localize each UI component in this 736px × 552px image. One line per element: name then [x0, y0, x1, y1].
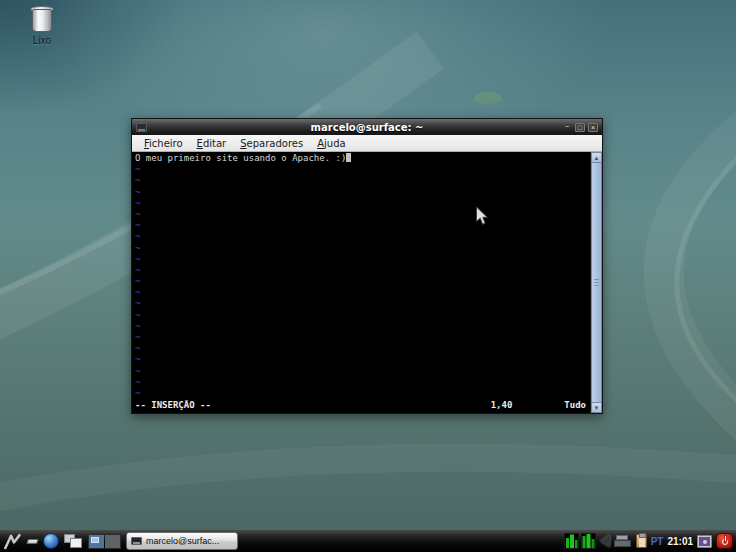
scroll-down-button[interactable]: ▼ [591, 402, 602, 413]
vim-tilde: ~ [135, 287, 590, 298]
menu-item-separadores[interactable]: Separadores [233, 138, 310, 149]
cpu-graph-widget[interactable] [564, 533, 596, 549]
workspace-pager [88, 534, 121, 549]
file-manager-launcher[interactable] [64, 534, 83, 549]
menu-bar: Ficheiro Editar Separadores Ajuda [132, 135, 602, 152]
menu-label: juda [324, 138, 346, 149]
volume-button[interactable] [600, 535, 610, 547]
close-button[interactable]: × [588, 123, 598, 132]
scroll-thumb-grip [594, 279, 599, 287]
vim-tilde: ~ [135, 254, 590, 265]
menu-label: eparadores [247, 138, 304, 149]
workspace-1-button[interactable] [89, 535, 104, 548]
vim-mode-indicator: -- INSERÇÃO -- [135, 400, 211, 411]
title-bar[interactable]: marcelo@surface: ~ − □ × [132, 119, 602, 135]
vim-tilde: ~ [135, 298, 590, 309]
window-title: marcelo@surface: ~ [132, 122, 602, 133]
vim-tilde: ~ [135, 366, 590, 377]
vim-tilde: ~ [135, 343, 590, 354]
vim-tilde: ~ [135, 310, 590, 321]
workspace-window-thumb [91, 537, 99, 543]
vim-tilde: ~ [135, 243, 590, 254]
vim-tilde: ~ [135, 388, 590, 399]
network-tray-icon[interactable] [614, 534, 632, 548]
vim-tilde: ~ [135, 265, 590, 276]
menu-accel: A [317, 138, 324, 149]
network-device-bottom [614, 540, 631, 547]
scroll-up-button[interactable]: ▲ [591, 152, 602, 163]
taskbar: marcelo@surfac... [0, 530, 736, 552]
scroll-thumb[interactable] [591, 163, 602, 402]
globe-icon [43, 533, 59, 549]
cpu-graph-icon [564, 533, 579, 549]
vim-status-bar: -- INSERÇÃO -- 1,40 Tudo [135, 400, 590, 413]
menu-item-editar[interactable]: Editar [190, 138, 234, 149]
vim-tilde: ~ [135, 321, 590, 332]
vim-tilde: ~ [135, 231, 590, 242]
vim-text: O meu primeiro site usando o Apache. :) [135, 153, 346, 163]
vim-block-cursor [346, 153, 351, 162]
desktop-background: Lixo marcelo@surface: ~ − □ × Ficheiro E… [0, 0, 736, 552]
maximize-button[interactable]: □ [575, 123, 585, 132]
vim-tilde: ~ [135, 164, 590, 175]
show-desktop-button[interactable] [27, 539, 38, 544]
vim-tilde: ~ [135, 209, 590, 220]
vim-tilde: ~ [135, 354, 590, 365]
vim-tilde: ~ [135, 198, 590, 209]
system-tray: PT 21:01 [564, 533, 733, 549]
net-graph-icon [581, 533, 596, 549]
vim-text-line: O meu primeiro site usando o Apache. :) [135, 153, 590, 164]
vim-scroll-position: Tudo [564, 400, 586, 411]
minimize-button[interactable]: − [562, 123, 572, 132]
vim-tilde: ~ [135, 220, 590, 231]
user-switcher-button[interactable] [697, 535, 712, 548]
workspace-2-button[interactable] [105, 535, 120, 548]
lxde-logo-icon [3, 532, 22, 551]
clock[interactable]: 21:01 [667, 536, 693, 547]
vim-tilde: ~ [135, 276, 590, 287]
task-button[interactable]: marcelo@surfac... [126, 532, 238, 550]
clipboard-tray-icon[interactable] [636, 534, 647, 548]
scrollbar[interactable]: ▲ ▼ [590, 152, 602, 413]
trash-can-icon [22, 6, 62, 32]
vim-ruler: 1,40 [491, 400, 513, 411]
vim-tilde: ~ [135, 377, 590, 388]
vim-tilde: ~ [135, 175, 590, 186]
vim-tilde: ~ [135, 332, 590, 343]
menu-button[interactable] [3, 532, 22, 551]
mouse-pointer-icon [475, 206, 489, 227]
keyboard-layout-indicator[interactable]: PT [651, 536, 664, 547]
menu-item-ajuda[interactable]: Ajuda [310, 138, 352, 149]
trash-icon[interactable]: Lixo [22, 6, 62, 46]
vim-tilde: ~ [135, 187, 590, 198]
browser-launcher[interactable] [43, 533, 59, 549]
menu-label: icheiro [149, 138, 183, 149]
task-button-label: marcelo@surfac... [146, 536, 219, 546]
power-button[interactable] [716, 533, 733, 549]
menu-item-ficheiro[interactable]: Ficheiro [137, 138, 190, 149]
vim-tildes: ~~~~~~~~~~~~~~~~~~~~~ [135, 164, 590, 399]
show-desktop-icon [26, 539, 39, 544]
terminal-icon [131, 537, 142, 545]
volume-arrow-icon [600, 535, 610, 547]
terminal-screen[interactable]: O meu primeiro site usando o Apache. :) … [132, 152, 590, 413]
terminal-window: marcelo@surface: ~ − □ × Ficheiro Editar… [131, 118, 603, 414]
trash-label: Lixo [22, 35, 62, 46]
file-manager-icon [64, 534, 83, 549]
menu-label: ditar [203, 138, 226, 149]
